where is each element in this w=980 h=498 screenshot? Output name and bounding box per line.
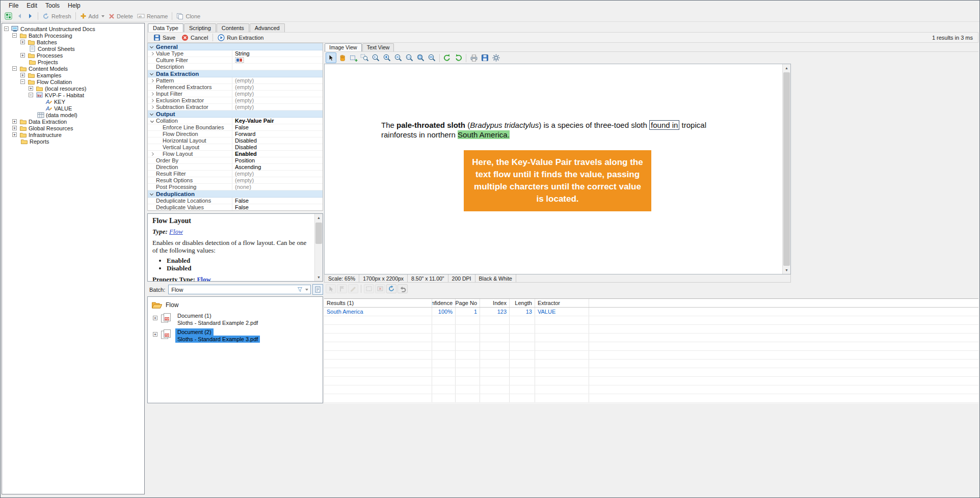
tab-advanced[interactable]: Advanced [250, 23, 285, 32]
zoom-in-button[interactable] [382, 52, 392, 63]
rotate-ccw-button[interactable] [442, 52, 453, 63]
collapse-icon[interactable]: − [12, 66, 17, 71]
prop-value[interactable]: (empty) [232, 97, 323, 103]
edit-zones-button[interactable] [348, 284, 358, 293]
column-header-results-1[interactable]: Results (1) [324, 299, 432, 307]
tree-item-data-model[interactable]: (data model) [2, 112, 144, 118]
refresh-view-button[interactable] [386, 284, 396, 293]
expand-icon[interactable]: + [153, 332, 157, 337]
rename-button[interactable]: abRename [135, 12, 170, 20]
tree-item-infrastructure[interactable]: +Infrastructure [2, 131, 144, 138]
tree-item-reports[interactable]: Reports [2, 138, 144, 145]
rotate-cw-button[interactable] [453, 52, 464, 63]
tree-item-examples[interactable]: +Examples [2, 72, 144, 78]
document-canvas[interactable]: The pale-throated sloth (Bradypus tridac… [324, 64, 791, 274]
menu-file[interactable]: File [5, 1, 22, 11]
scroll-down-icon[interactable]: ▼ [315, 273, 323, 281]
tree-item-consultant-unstructured-docs[interactable]: −Consultant Unstructured Docs [2, 25, 144, 32]
prop-value[interactable]: False [232, 198, 323, 204]
prop-value[interactable]: (empty) [232, 84, 323, 90]
tab-text-view[interactable]: Text View [362, 43, 394, 51]
scroll-down-icon[interactable]: ▼ [783, 266, 790, 274]
prop-flow-layout[interactable]: Flow LayoutEnabled [148, 151, 323, 157]
section-data-extraction[interactable]: Data Extraction [148, 70, 323, 77]
tree-item-projects[interactable]: Projects [2, 59, 144, 65]
pan-tool-button[interactable] [337, 52, 348, 63]
prop-description[interactable]: Description [148, 64, 323, 70]
section-general[interactable]: General [148, 43, 323, 50]
expand-icon[interactable]: + [20, 40, 25, 44]
prop-flow-direction[interactable]: Flow DirectionForward [148, 131, 323, 137]
prop-value[interactable]: (empty) [232, 177, 323, 183]
prop-value[interactable]: Key-Value Pair [232, 118, 323, 124]
export-button[interactable] [480, 52, 490, 63]
result-row-1[interactable]: South America100%112313VALUE [324, 308, 978, 316]
prop-result-filter[interactable]: Result Filter(empty) [148, 171, 323, 177]
snippet-tool-button[interactable] [348, 52, 359, 63]
tree-item-value[interactable]: AVALUE [2, 105, 144, 112]
prop-input-filter[interactable]: Input Filter(empty) [148, 91, 323, 97]
prop-value[interactable]: (none) [232, 184, 323, 190]
prop-deduplicate-locations[interactable]: Deduplicate LocationsFalse [148, 198, 323, 204]
tree-item-content-models[interactable]: −Content Models [2, 65, 144, 72]
forward-button[interactable] [25, 12, 36, 20]
prop-value[interactable] [232, 64, 323, 70]
scroll-up-icon[interactable]: ▲ [783, 64, 790, 72]
select-tool-button[interactable] [326, 52, 336, 63]
filter-icon[interactable] [297, 287, 303, 292]
expand-icon[interactable]: + [12, 132, 17, 137]
back-button[interactable] [14, 12, 25, 20]
save-button[interactable]: Save [150, 34, 178, 42]
prop-value[interactable]: Enabled [232, 151, 323, 157]
help-scrollbar[interactable]: ▲ ▼ [314, 214, 323, 281]
prop-value[interactable]: False [232, 204, 323, 210]
canvas-scrollbar[interactable]: ▲ ▼ [782, 64, 790, 274]
column-header-extractor[interactable]: Extractor [535, 299, 589, 307]
section-deduplication[interactable]: Deduplication [148, 190, 323, 198]
prop-subtraction-extractor[interactable]: Subtraction Extractor(empty) [148, 104, 323, 110]
scroll-thumb[interactable] [783, 72, 790, 266]
expand-icon[interactable] [150, 51, 153, 55]
undo-button[interactable] [398, 284, 408, 293]
add-button[interactable]: Add [78, 12, 107, 20]
select-result-button[interactable] [326, 284, 336, 293]
prop-value[interactable]: (empty) [232, 91, 323, 97]
expand-icon[interactable] [150, 98, 153, 102]
prop-result-options[interactable]: Result Options(empty) [148, 177, 323, 184]
zoom-fit-width-button[interactable] [427, 52, 437, 63]
app-button[interactable] [3, 11, 14, 21]
expand-icon[interactable]: + [20, 73, 25, 77]
tree-item-control-sheets[interactable]: Control Sheets [2, 45, 144, 52]
expand-icon[interactable] [150, 78, 153, 82]
tab-data-type[interactable]: Data Type [148, 23, 183, 32]
zoom-window-button[interactable] [359, 52, 370, 63]
collapse-icon[interactable]: − [29, 93, 33, 97]
prop-exclusion-extractor[interactable]: Exclusion Extractor(empty) [148, 97, 323, 104]
column-header-index[interactable]: Index [480, 299, 510, 307]
collapse-icon[interactable] [150, 119, 153, 122]
menu-tools[interactable]: Tools [41, 1, 64, 11]
tab-contents[interactable]: Contents [217, 23, 249, 32]
tree-item-processes[interactable]: +Processes [2, 52, 144, 59]
cancel-button[interactable]: Cancel [178, 34, 211, 42]
collapse-icon[interactable]: − [4, 26, 9, 31]
prop-order-by[interactable]: Order ByPosition [148, 157, 323, 164]
zoom-out-button[interactable] [393, 52, 404, 63]
tab-image-view[interactable]: Image View [325, 43, 362, 51]
prop-deduplicate-values[interactable]: Deduplicate ValuesFalse [148, 204, 323, 211]
column-header-page-no[interactable]: Page No [456, 299, 480, 307]
batch-browse-button[interactable] [312, 284, 323, 295]
run-extraction-button[interactable]: Run Extraction [215, 34, 267, 42]
expand-icon[interactable]: + [153, 316, 157, 320]
prop-value[interactable]: (empty) [232, 104, 323, 110]
tree-item-flow-collation[interactable]: −Flow Collation [2, 78, 144, 85]
prop-value[interactable]: False [232, 124, 323, 130]
prop-vertical-layout[interactable]: Vertical LayoutDisabled [148, 144, 323, 151]
tree-item-key[interactable]: AKEY [2, 98, 144, 105]
prop-post-processing[interactable]: Post Processing(none) [148, 184, 323, 190]
prop-collation[interactable]: CollationKey-Value Pair [148, 118, 323, 124]
clone-button[interactable]: Clone [174, 12, 202, 21]
tree-item-local-resources[interactable]: +(local resources) [2, 85, 144, 92]
scroll-thumb[interactable] [315, 223, 322, 244]
column-header-length[interactable]: Length [510, 299, 535, 307]
